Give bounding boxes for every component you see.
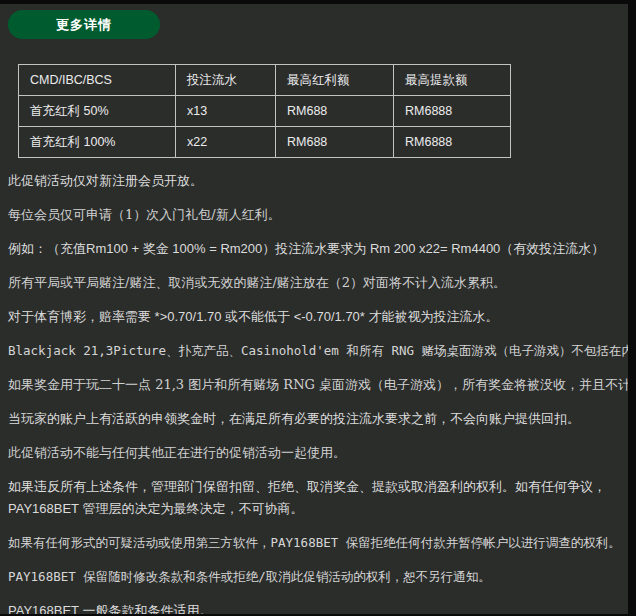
table-header-max-withdrawal: 最高提款额: [394, 65, 511, 96]
term-paragraph: 所有平局或平局赌注/赌注、取消或无效的赌注/赌注放在（2）对面将不计入流水累积。: [8, 272, 628, 294]
term-paragraph: 如果有任何形式的可疑活动或使用第三方软件，PAY168BET 保留拒绝任何付款并…: [8, 532, 628, 554]
promo-terms-panel: 更多详情 CMD/IBC/BCS 投注流水 最高红利额 最高提款额 首充红利 5…: [0, 4, 628, 614]
table-header-row: CMD/IBC/BCS 投注流水 最高红利额 最高提款额: [19, 65, 511, 96]
more-details-button[interactable]: 更多详情: [8, 10, 160, 39]
term-paragraph: 当玩家的账户上有活跃的申领奖金时，在满足所有必要的投注流水要求之前，不会向账户提…: [8, 408, 628, 430]
cell-max-bonus: RM688: [276, 127, 394, 158]
term-paragraph: PAY168BET 保留随时修改条款和条件或拒绝/取消此促销活动的权利，恕不另行…: [8, 566, 628, 588]
term-paragraph: PAY168BET 一般条款和条件适用。: [8, 600, 628, 614]
term-paragraph: 每位会员仅可申请（1）次入门礼包/新人红利。: [8, 204, 628, 226]
term-paragraph: 此促销活动不能与任何其他正在进行的促销活动一起使用。: [8, 442, 628, 464]
table-row: 首充红利 100% x22 RM688 RM6888: [19, 127, 511, 158]
cell-turnover: x13: [176, 96, 276, 127]
term-paragraph: Blackjack 21,3Picture、扑克产品、Casinohold'em…: [8, 340, 628, 362]
term-paragraph: 对于体育博彩，赔率需要 *>0.70/1.70 或不能低于 <-0.70/1.7…: [8, 306, 628, 328]
term-paragraph: 例如：（充值Rm100 + 奖金 100% = Rm200）投注流水要求为 Rm…: [8, 238, 628, 260]
term-paragraph: 此促销活动仅对新注册会员开放。: [8, 170, 628, 192]
terms-list: 此促销活动仅对新注册会员开放。 每位会员仅可申请（1）次入门礼包/新人红利。 例…: [8, 170, 628, 614]
term-paragraph: 如果奖金用于玩二十一点 21,3 图片和所有赌场 RNG 桌面游戏（电子游戏），…: [8, 374, 628, 396]
term-paragraph: 如果违反所有上述条件，管理部门保留扣留、拒绝、取消奖金、提款或取消盈利的权利。如…: [8, 476, 628, 520]
table-header-max-bonus: 最高红利额: [276, 65, 394, 96]
cell-max-withdrawal: RM6888: [394, 127, 511, 158]
table-row: 首充红利 50% x13 RM688 RM6888: [19, 96, 511, 127]
cell-max-withdrawal: RM6888: [394, 96, 511, 127]
cell-turnover: x22: [176, 127, 276, 158]
cell-bonus-name: 首充红利 100%: [19, 127, 176, 158]
cell-bonus-name: 首充红利 50%: [19, 96, 176, 127]
bonus-table: CMD/IBC/BCS 投注流水 最高红利额 最高提款额 首充红利 50% x1…: [18, 64, 511, 158]
table-header-cmd: CMD/IBC/BCS: [19, 65, 176, 96]
cell-max-bonus: RM688: [276, 96, 394, 127]
table-header-turnover: 投注流水: [176, 65, 276, 96]
